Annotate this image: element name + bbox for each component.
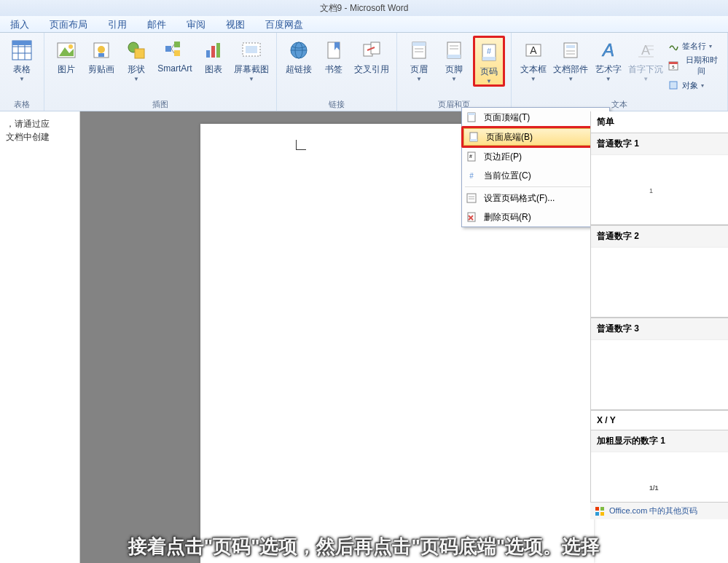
tab-baidu[interactable]: 百度网盘 [255,16,313,32]
current-position-icon: # [465,169,478,182]
tab-insert[interactable]: 插入 [0,16,39,32]
window-title: 文档9 - Microsoft Word [0,0,728,16]
svg-text:A: A [530,44,537,56]
tab-mailings[interactable]: 邮件 [137,16,176,32]
chart-icon [202,39,225,62]
ribbon: 表格 ▼ 表格 图片 剪贴画 形状▼ SmartArt 图表 屏幕截图▼ 插图 … [0,33,728,111]
dropdown-arrow-icon: ▼ [19,76,25,82]
svg-rect-64 [467,194,476,202]
clipart-button[interactable]: 剪贴画 [84,36,119,76]
menu-current-position[interactable]: #当前位置(C)▶ [462,166,609,185]
smartart-button[interactable]: SmartArt [154,36,196,74]
svg-rect-72 [595,512,599,516]
svg-rect-20 [211,46,215,58]
svg-point-10 [98,46,105,53]
smartart-icon [163,39,187,62]
group-text: A文本框▼ 文档部件▼ A艺术字▼ A首字下沉▼ 签名行▾ 5日期和时间 对象▾… [512,33,728,111]
bookmark-button[interactable]: 书签 [316,36,351,76]
chart-button[interactable]: 图表 [196,36,231,76]
svg-rect-54 [669,62,678,64]
header-icon [407,39,431,62]
datetime-button[interactable]: 5日期和时间 [666,53,723,78]
svg-rect-19 [206,50,210,58]
page-bottom-icon [467,130,480,143]
tab-view[interactable]: 视图 [216,16,255,32]
table-icon [10,39,34,62]
signature-button[interactable]: 签名行▾ [666,39,723,53]
menu-remove-pagenumber[interactable]: 删除页码(R) [462,208,609,227]
object-button[interactable]: 对象▾ [666,78,723,92]
svg-rect-11 [98,53,104,57]
instruction-subtitle: 接着点击"页码"选项，然后再点击"页码底端"选项。选择 [0,530,728,563]
textbox-button[interactable]: A文本框▼ [516,36,551,82]
object-icon [668,79,679,91]
menu-format-pagenumber[interactable]: 设置页码格式(F)... [462,189,609,208]
hyperlink-icon [287,39,310,62]
ribbon-tabs: 插入 页面布局 引用 邮件 审阅 视图 百度网盘 [0,16,728,33]
gallery-preview-3[interactable] [591,340,728,410]
text-cursor [296,140,306,150]
gallery-preview-1[interactable]: 1 [591,155,728,225]
pagenumber-button[interactable]: #页码▼ [473,36,505,87]
clipart-icon [90,39,113,62]
footer-button[interactable]: 页脚▼ [437,36,471,82]
svg-rect-36 [447,55,461,58]
pagenumber-dropdown: 页面顶端(T)▶ 页面底端(B)▶ #页边距(P)▶ #当前位置(C)▶ 设置页… [461,107,610,227]
svg-text:#: # [469,154,472,159]
svg-rect-73 [600,512,604,516]
group-tables: 表格 ▼ 表格 [0,33,44,111]
header-button[interactable]: 页眉▼ [402,36,437,82]
gallery-preview-2[interactable] [591,248,728,318]
quickparts-button[interactable]: 文档部件▼ [551,36,591,82]
crossref-button[interactable]: 交叉引用 [351,36,392,76]
svg-rect-71 [600,507,604,511]
format-icon [465,192,478,205]
gallery-opt-plain1[interactable]: 普通数字 1 [591,133,728,155]
group-label-tables: 表格 [14,99,30,109]
svg-rect-56 [670,82,677,89]
gallery-opt-bold1[interactable]: 加粗显示的数字 1 [591,430,728,452]
menu-page-top[interactable]: 页面顶端(T)▶ [462,108,609,127]
group-headerfooter: 页眉▼ 页脚▼ #页码▼ 页眉和页 [397,33,512,111]
gallery-opt-plain3[interactable]: 普通数字 3 [591,318,728,340]
menu-page-margins[interactable]: #页边距(P)▶ [462,147,609,166]
bookmark-icon [322,39,345,62]
gallery-opt-plain2[interactable]: 普通数字 2 [591,225,728,248]
hyperlink-button[interactable]: 超链接 [281,36,316,76]
group-links: 超链接 书签 交叉引用 链接 [277,33,397,111]
tab-references[interactable]: 引用 [98,16,137,32]
signature-icon [668,40,679,52]
svg-rect-21 [216,43,220,58]
group-label-text: 文本 [611,99,627,109]
svg-rect-5 [12,41,31,45]
datetime-icon: 5 [668,60,679,71]
office-more-link[interactable]: Office.com 中的其他页码 [590,502,728,519]
svg-text:A: A [601,40,614,60]
tables-button[interactable]: 表格 ▼ [4,36,39,82]
dropcap-button[interactable]: A首字下沉▼ [625,36,665,82]
svg-rect-13 [135,49,144,58]
screenshot-button[interactable]: 屏幕截图▼ [231,36,272,82]
pagenumber-icon: # [477,41,501,64]
tab-review[interactable]: 审阅 [176,16,216,32]
svg-rect-58 [468,113,475,115]
svg-rect-23 [246,46,257,53]
wordart-button[interactable]: A艺术字▼ [591,36,626,82]
quickparts-icon [559,39,582,62]
shapes-button[interactable]: 形状▼ [119,36,154,82]
group-illustrations: 图片 剪贴画 形状▼ SmartArt 图表 屏幕截图▼ 插图 [44,33,277,111]
svg-text:#: # [487,47,492,55]
svg-rect-32 [412,42,426,46]
shapes-icon [125,39,148,62]
menu-page-bottom[interactable]: 页面底端(B)▶ [463,128,608,146]
tab-pagelayout[interactable]: 页面布局 [39,16,98,32]
office-icon [595,506,605,516]
page-margins-icon: # [465,150,478,163]
svg-rect-16 [174,50,180,56]
svg-rect-14 [165,46,171,52]
dropcap-icon: A [634,39,657,62]
screenshot-icon [240,39,263,62]
pagenumber-gallery: 简单 普通数字 1 1 普通数字 2 普通数字 3 X / Y 加粗显示的数字 … [590,111,728,519]
svg-rect-41 [482,57,496,60]
picture-button[interactable]: 图片 [49,36,84,76]
